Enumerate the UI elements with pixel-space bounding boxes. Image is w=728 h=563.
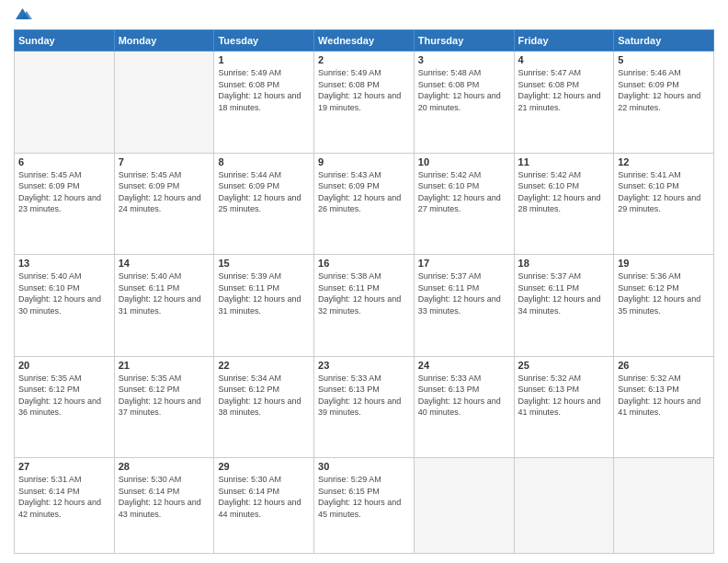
day-number: 2 <box>318 54 410 65</box>
day-info: Sunrise: 5:35 AMSunset: 6:12 PMDaylight:… <box>18 373 110 419</box>
day-number: 20 <box>18 360 110 371</box>
day-info: Sunrise: 5:47 AMSunset: 6:08 PMDaylight:… <box>518 67 610 113</box>
calendar-table: SundayMondayTuesdayWednesdayThursdayFrid… <box>14 29 714 554</box>
weekday-header-friday: Friday <box>514 30 614 52</box>
day-info: Sunrise: 5:37 AMSunset: 6:11 PMDaylight:… <box>518 270 610 316</box>
day-number: 3 <box>418 54 510 65</box>
calendar-cell-19: 19Sunrise: 5:36 AMSunset: 6:12 PMDayligh… <box>614 255 714 357</box>
day-number: 10 <box>418 156 510 167</box>
calendar-cell-9: 9Sunrise: 5:43 AMSunset: 6:09 PMDaylight… <box>314 153 415 255</box>
weekday-header-thursday: Thursday <box>414 30 514 52</box>
day-number: 27 <box>18 461 110 472</box>
calendar-cell-23: 23Sunrise: 5:33 AMSunset: 6:13 PMDayligh… <box>314 356 415 458</box>
calendar-cell-24: 24Sunrise: 5:33 AMSunset: 6:13 PMDayligh… <box>414 356 514 458</box>
day-info: Sunrise: 5:42 AMSunset: 6:10 PMDaylight:… <box>418 169 510 215</box>
page: SundayMondayTuesdayWednesdayThursdayFrid… <box>0 0 728 563</box>
logo-icon <box>16 6 32 22</box>
day-info: Sunrise: 5:45 AMSunset: 6:09 PMDaylight:… <box>119 169 210 215</box>
day-number: 29 <box>218 461 310 472</box>
calendar-cell-empty <box>15 52 115 154</box>
day-info: Sunrise: 5:33 AMSunset: 6:13 PMDaylight:… <box>318 373 410 419</box>
day-info: Sunrise: 5:40 AMSunset: 6:10 PMDaylight:… <box>18 270 110 316</box>
calendar-cell-15: 15Sunrise: 5:39 AMSunset: 6:11 PMDayligh… <box>214 255 314 357</box>
weekday-header-wednesday: Wednesday <box>314 30 415 52</box>
calendar-cell-30: 30Sunrise: 5:29 AMSunset: 6:15 PMDayligh… <box>314 458 415 554</box>
calendar-cell-8: 8Sunrise: 5:44 AMSunset: 6:09 PMDaylight… <box>214 153 314 255</box>
day-info: Sunrise: 5:38 AMSunset: 6:11 PMDaylight:… <box>318 270 410 316</box>
calendar-cell-empty <box>514 458 614 554</box>
calendar-cell-12: 12Sunrise: 5:41 AMSunset: 6:10 PMDayligh… <box>614 153 714 255</box>
calendar-row-2: 13Sunrise: 5:40 AMSunset: 6:10 PMDayligh… <box>15 255 714 357</box>
day-info: Sunrise: 5:44 AMSunset: 6:09 PMDaylight:… <box>218 169 310 215</box>
calendar-cell-empty <box>414 458 514 554</box>
day-info: Sunrise: 5:45 AMSunset: 6:09 PMDaylight:… <box>18 169 110 215</box>
calendar-row-0: 1Sunrise: 5:49 AMSunset: 6:08 PMDaylight… <box>15 52 714 154</box>
day-number: 13 <box>18 258 110 269</box>
day-number: 28 <box>119 461 210 472</box>
day-number: 25 <box>518 360 610 371</box>
calendar-cell-11: 11Sunrise: 5:42 AMSunset: 6:10 PMDayligh… <box>514 153 614 255</box>
calendar-row-1: 6Sunrise: 5:45 AMSunset: 6:09 PMDaylight… <box>15 153 714 255</box>
day-number: 8 <box>218 156 310 167</box>
calendar-cell-7: 7Sunrise: 5:45 AMSunset: 6:09 PMDaylight… <box>114 153 214 255</box>
day-info: Sunrise: 5:49 AMSunset: 6:08 PMDaylight:… <box>218 67 310 113</box>
calendar-cell-6: 6Sunrise: 5:45 AMSunset: 6:09 PMDaylight… <box>15 153 115 255</box>
day-number: 14 <box>119 258 210 269</box>
calendar-cell-20: 20Sunrise: 5:35 AMSunset: 6:12 PMDayligh… <box>15 356 115 458</box>
day-info: Sunrise: 5:43 AMSunset: 6:09 PMDaylight:… <box>318 169 410 215</box>
logo <box>14 9 32 22</box>
calendar-cell-25: 25Sunrise: 5:32 AMSunset: 6:13 PMDayligh… <box>514 356 614 458</box>
calendar-cell-empty <box>114 52 214 154</box>
day-number: 7 <box>119 156 210 167</box>
calendar-cell-3: 3Sunrise: 5:48 AMSunset: 6:08 PMDaylight… <box>414 52 514 154</box>
day-info: Sunrise: 5:34 AMSunset: 6:12 PMDaylight:… <box>218 373 310 419</box>
calendar-row-4: 27Sunrise: 5:31 AMSunset: 6:14 PMDayligh… <box>15 458 714 554</box>
day-number: 5 <box>618 54 710 65</box>
day-info: Sunrise: 5:32 AMSunset: 6:13 PMDaylight:… <box>618 373 710 419</box>
header <box>14 9 714 22</box>
day-number: 17 <box>418 258 510 269</box>
day-info: Sunrise: 5:49 AMSunset: 6:08 PMDaylight:… <box>318 67 410 113</box>
calendar-cell-14: 14Sunrise: 5:40 AMSunset: 6:11 PMDayligh… <box>114 255 214 357</box>
day-info: Sunrise: 5:36 AMSunset: 6:12 PMDaylight:… <box>618 270 710 316</box>
day-number: 21 <box>119 360 210 371</box>
day-number: 9 <box>318 156 410 167</box>
day-info: Sunrise: 5:30 AMSunset: 6:14 PMDaylight:… <box>218 474 310 520</box>
day-info: Sunrise: 5:46 AMSunset: 6:09 PMDaylight:… <box>618 67 710 113</box>
day-number: 12 <box>618 156 710 167</box>
day-number: 16 <box>318 258 410 269</box>
calendar-cell-27: 27Sunrise: 5:31 AMSunset: 6:14 PMDayligh… <box>15 458 115 554</box>
calendar-cell-4: 4Sunrise: 5:47 AMSunset: 6:08 PMDaylight… <box>514 52 614 154</box>
weekday-header-row: SundayMondayTuesdayWednesdayThursdayFrid… <box>15 30 714 52</box>
day-number: 6 <box>18 156 110 167</box>
calendar-cell-13: 13Sunrise: 5:40 AMSunset: 6:10 PMDayligh… <box>15 255 115 357</box>
calendar-cell-17: 17Sunrise: 5:37 AMSunset: 6:11 PMDayligh… <box>414 255 514 357</box>
day-info: Sunrise: 5:35 AMSunset: 6:12 PMDaylight:… <box>119 373 210 419</box>
calendar-cell-10: 10Sunrise: 5:42 AMSunset: 6:10 PMDayligh… <box>414 153 514 255</box>
day-info: Sunrise: 5:42 AMSunset: 6:10 PMDaylight:… <box>518 169 610 215</box>
weekday-header-monday: Monday <box>114 30 214 52</box>
day-info: Sunrise: 5:30 AMSunset: 6:14 PMDaylight:… <box>119 474 210 520</box>
day-info: Sunrise: 5:40 AMSunset: 6:11 PMDaylight:… <box>119 270 210 316</box>
calendar-cell-18: 18Sunrise: 5:37 AMSunset: 6:11 PMDayligh… <box>514 255 614 357</box>
calendar-cell-empty <box>614 458 714 554</box>
day-info: Sunrise: 5:32 AMSunset: 6:13 PMDaylight:… <box>518 373 610 419</box>
day-info: Sunrise: 5:48 AMSunset: 6:08 PMDaylight:… <box>418 67 510 113</box>
weekday-header-tuesday: Tuesday <box>214 30 314 52</box>
day-number: 24 <box>418 360 510 371</box>
calendar-row-3: 20Sunrise: 5:35 AMSunset: 6:12 PMDayligh… <box>15 356 714 458</box>
day-info: Sunrise: 5:39 AMSunset: 6:11 PMDaylight:… <box>218 270 310 316</box>
calendar-cell-21: 21Sunrise: 5:35 AMSunset: 6:12 PMDayligh… <box>114 356 214 458</box>
calendar-cell-29: 29Sunrise: 5:30 AMSunset: 6:14 PMDayligh… <box>214 458 314 554</box>
calendar-cell-26: 26Sunrise: 5:32 AMSunset: 6:13 PMDayligh… <box>614 356 714 458</box>
day-number: 1 <box>218 54 310 65</box>
weekday-header-sunday: Sunday <box>15 30 115 52</box>
day-number: 4 <box>518 54 610 65</box>
day-number: 30 <box>318 461 410 472</box>
day-number: 22 <box>218 360 310 371</box>
logo-text <box>14 9 32 22</box>
weekday-header-saturday: Saturday <box>614 30 714 52</box>
day-number: 15 <box>218 258 310 269</box>
calendar-cell-2: 2Sunrise: 5:49 AMSunset: 6:08 PMDaylight… <box>314 52 415 154</box>
day-number: 26 <box>618 360 710 371</box>
